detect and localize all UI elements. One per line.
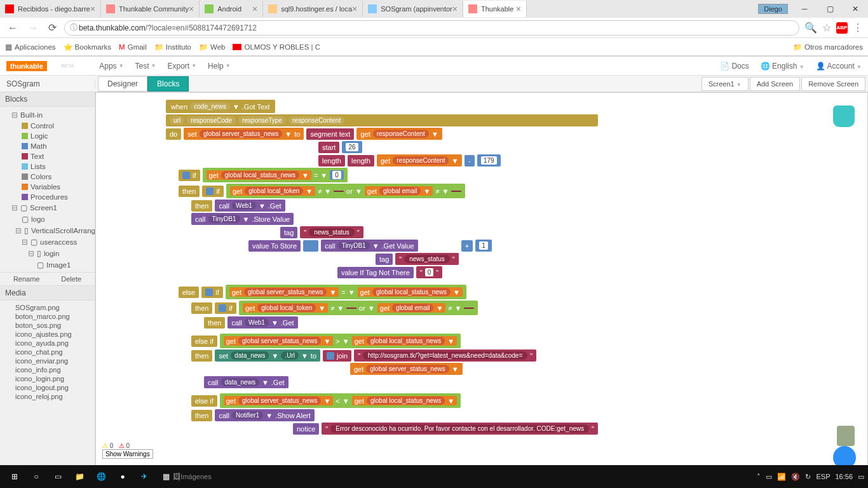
media-panel-title: Media xyxy=(0,286,95,301)
bm-bookmarks[interactable]: ⭐ Bookmarks xyxy=(64,43,112,51)
cat-variables[interactable]: Variables xyxy=(0,182,95,192)
account-menu[interactable]: 👤 Account ▼ xyxy=(816,62,862,71)
menu-help[interactable]: Help▼ xyxy=(208,62,231,71)
taskbar: ⊞ ○ ▭ 📁 🌐 ● ✈ ▦ │ 🖼 Imágenes ˄ ▭ 📶 🔇 ↻ E… xyxy=(0,465,868,488)
tab-thunkable[interactable]: Thunkable× xyxy=(463,1,527,17)
cat-procedures[interactable]: Procedures xyxy=(0,192,95,202)
media-item[interactable]: icono_chat.png xyxy=(0,348,95,356)
taskview-icon[interactable]: ▭ xyxy=(47,465,69,488)
user-badge[interactable]: Diego xyxy=(758,4,788,14)
media-item[interactable]: icono_login.png xyxy=(0,374,95,383)
remove-screen-button[interactable]: Remove Screen xyxy=(801,77,865,91)
media-item[interactable]: boton_sos.png xyxy=(0,321,95,330)
tab-sosgram[interactable]: SOSgram (appinventor× xyxy=(363,1,463,17)
cat-control[interactable]: Control xyxy=(0,121,95,131)
app-icon[interactable]: ● xyxy=(112,465,133,488)
close-icon[interactable]: × xyxy=(516,4,521,14)
tab-community[interactable]: Thunkable Community× xyxy=(101,1,200,17)
blocks-button[interactable]: Blocks xyxy=(147,76,189,92)
delete-button[interactable]: Delete xyxy=(61,275,81,283)
tree-useraccess[interactable]: ⊟▢ useraccess xyxy=(0,236,95,248)
designer-button[interactable]: Designer xyxy=(98,76,147,92)
media-item[interactable]: icono_enviar.png xyxy=(0,356,95,365)
abp-icon[interactable]: ABP xyxy=(836,22,848,34)
sync-icon[interactable]: ↻ xyxy=(805,473,811,481)
tree-login[interactable]: ⊟▯ login xyxy=(0,248,95,259)
media-item[interactable]: icono_ayuda.png xyxy=(0,339,95,348)
maximize-button[interactable]: ▢ xyxy=(817,1,843,17)
media-item[interactable]: icono_info.png xyxy=(0,365,95,374)
bm-gmail[interactable]: M Gmail xyxy=(119,43,147,51)
tree-screen1[interactable]: ⊟▢ Screen1 xyxy=(0,202,95,214)
language-indicator[interactable]: ESP xyxy=(816,473,830,480)
bm-instituto[interactable]: 📁 Instituto xyxy=(154,43,191,51)
tree-logo[interactable]: ▢ logo xyxy=(0,214,95,225)
chrome-icon[interactable]: 🌐 xyxy=(90,465,112,488)
tray-up-icon[interactable]: ˄ xyxy=(757,473,761,481)
block-group[interactable]: when code_news▼ .Got Text url responseCo… xyxy=(166,99,598,435)
forward-button[interactable]: → xyxy=(25,22,41,34)
notifications-icon[interactable]: ▭ xyxy=(858,473,864,481)
rename-button[interactable]: Rename xyxy=(13,275,40,283)
reload-button[interactable]: ⟳ xyxy=(46,22,59,34)
app-icon[interactable]: 🖼 Imágenes xyxy=(182,465,203,488)
wifi-icon[interactable]: 📶 xyxy=(777,473,786,481)
add-screen-button[interactable]: Add Screen xyxy=(750,77,800,91)
bm-otros[interactable]: 📁 Otros marcadores xyxy=(793,43,863,51)
menu-test[interactable]: Test▼ xyxy=(135,62,156,71)
backpack-icon[interactable] xyxy=(833,105,855,127)
volume-icon[interactable]: 🔇 xyxy=(791,473,800,481)
close-icon[interactable]: × xyxy=(189,4,194,14)
media-item[interactable]: boton_marco.png xyxy=(0,312,95,321)
star-icon[interactable]: ☆ xyxy=(822,22,831,34)
bm-olmos[interactable]: OLMOS Y ROBLES | C xyxy=(233,43,320,51)
minimize-button[interactable]: ─ xyxy=(792,1,817,17)
warnings-panel: ⚠ 0 ⚠ 0 Show Warnings xyxy=(102,442,153,459)
battery-icon[interactable]: ▭ xyxy=(766,473,772,481)
menu-apps[interactable]: Apps▼ xyxy=(99,62,123,71)
url-field[interactable]: ⓘ beta.thunkable.com/?locale=en#50881744… xyxy=(64,20,799,36)
menu-export[interactable]: Export▼ xyxy=(167,62,196,71)
explorer-icon[interactable]: 📁 xyxy=(69,465,90,488)
builtin-node[interactable]: ⊟Built-in xyxy=(0,109,95,121)
cat-colors[interactable]: Colors xyxy=(0,172,95,182)
cat-lists[interactable]: Lists xyxy=(0,161,95,172)
blocks-canvas[interactable]: when code_news▼ .Got Text url responseCo… xyxy=(95,92,868,466)
media-item[interactable]: icono_reloj.png xyxy=(0,392,95,401)
cat-logic[interactable]: Logic xyxy=(0,131,95,141)
media-item[interactable]: icono_logout.png xyxy=(0,383,95,392)
menu-icon[interactable]: ⋮ xyxy=(853,22,863,34)
tree-image1[interactable]: ▢ Image1 xyxy=(0,259,95,271)
close-icon[interactable]: × xyxy=(252,4,257,14)
docs-link[interactable]: 📄 Docs xyxy=(720,62,749,71)
close-icon[interactable]: × xyxy=(90,4,95,14)
language-menu[interactable]: 🌐 English ▼ xyxy=(761,62,804,71)
media-item[interactable]: icono_ajustes.png xyxy=(0,330,95,339)
clock[interactable]: 16:56 xyxy=(835,473,853,480)
tab-sql[interactable]: sql9.hostinger.es / loca× xyxy=(263,1,363,17)
show-warnings-button[interactable]: Show Warnings xyxy=(102,449,153,459)
media-item[interactable]: SOSgram.png xyxy=(0,303,95,312)
close-icon[interactable]: × xyxy=(452,4,458,14)
bm-web[interactable]: 📁 Web xyxy=(199,43,225,51)
back-button[interactable]: ← xyxy=(5,22,20,34)
cat-math[interactable]: Math xyxy=(0,141,95,151)
project-name: SOSgram xyxy=(0,79,95,88)
cat-text[interactable]: Text xyxy=(0,151,95,161)
cortana-icon[interactable]: ○ xyxy=(25,465,47,488)
trash-icon[interactable] xyxy=(837,426,855,446)
tab-recibidos[interactable]: Recibidos - diego.barre× xyxy=(0,1,101,17)
blocks-panel-title: Blocks xyxy=(0,92,95,107)
search-icon[interactable]: 🔍 xyxy=(804,22,817,34)
chat-bubble-icon[interactable] xyxy=(833,446,856,466)
screen-selector[interactable]: Screen1 ▼ xyxy=(702,77,749,91)
close-button[interactable]: ✕ xyxy=(843,1,868,17)
start-button[interactable]: ⊞ xyxy=(4,465,25,488)
telegram-icon[interactable]: ✈ xyxy=(133,465,155,488)
tree-vsa[interactable]: ⊟▯ VerticalScrollArrang xyxy=(0,225,95,236)
apps-button[interactable]: ▦ Aplicaciones xyxy=(5,43,56,51)
thunkable-logo[interactable]: thunkable xyxy=(6,61,47,71)
browser-tab-bar: Recibidos - diego.barre× Thunkable Commu… xyxy=(0,0,868,18)
close-icon[interactable]: × xyxy=(352,4,357,14)
tab-android[interactable]: Android× xyxy=(200,1,263,17)
